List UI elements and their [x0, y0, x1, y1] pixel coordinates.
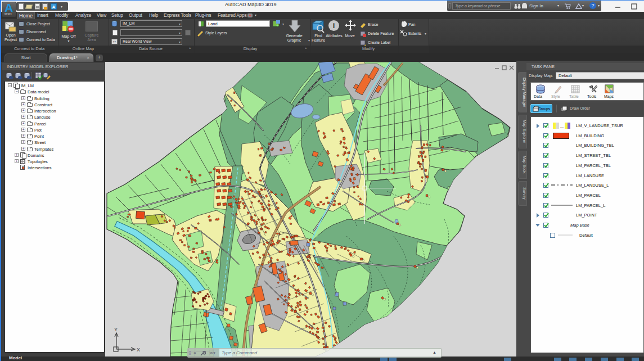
- svg-text:Y: Y: [114, 327, 118, 332]
- svg-text:+: +: [276, 23, 279, 28]
- svg-text:X: X: [137, 347, 140, 353]
